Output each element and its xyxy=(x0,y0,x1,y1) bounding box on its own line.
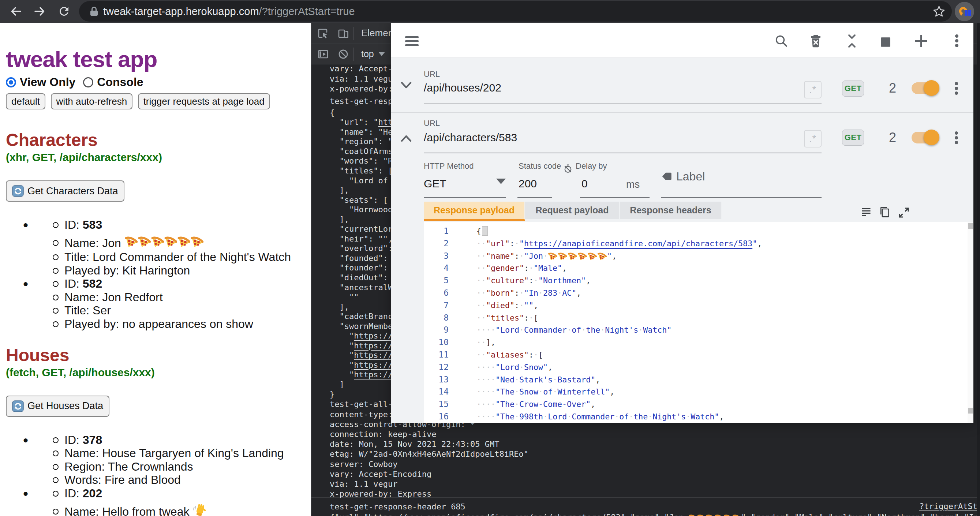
status-code-label: Status code xyxy=(519,161,561,171)
get-characters-button[interactable]: Get Characters Data xyxy=(6,180,124,202)
url-text[interactable]: tweak-target-app.herokuapp.com/?triggerA… xyxy=(103,1,355,22)
list-item-group: ID: 583Name: Jon Title: Lord Commander o… xyxy=(29,218,311,277)
url-field-value[interactable]: /api/characters/583 xyxy=(424,131,517,144)
url-field-value[interactable]: /api/houses/202 xyxy=(424,81,501,94)
editor-actions xyxy=(855,206,910,219)
radio-view-only[interactable] xyxy=(6,77,16,88)
devtools-edge-strip xyxy=(977,23,980,516)
response-editor[interactable]: 1{2··"url":·"https://anapioficeandfire.c… xyxy=(424,222,974,423)
delay-input[interactable]: 0 xyxy=(581,177,588,190)
line-number: 8 xyxy=(424,312,449,324)
editor-scrollbar-thumb[interactable] xyxy=(968,223,973,229)
expand-chevron-icon[interactable] xyxy=(401,81,412,89)
add-rule-icon[interactable] xyxy=(914,33,928,48)
line-number: 12 xyxy=(424,361,449,374)
menu-icon[interactable] xyxy=(405,36,418,46)
line-number: 7 xyxy=(424,299,449,312)
list-item: Name: House Targaryen of King's Landing xyxy=(64,446,311,460)
expand-editor-icon[interactable] xyxy=(897,206,910,219)
pizza-emoji xyxy=(164,232,177,251)
more-menu-icon[interactable] xyxy=(955,33,959,48)
tag-icon xyxy=(661,170,673,182)
input-underline xyxy=(424,104,821,104)
editor-line: 9····"Lord·Commander·of·the·Night's·Watc… xyxy=(424,324,974,336)
pizza-emoji xyxy=(597,253,607,260)
method-chip: GET xyxy=(842,81,864,97)
line-number: 4 xyxy=(424,262,449,274)
list-item: Name: Jon Redfort xyxy=(64,291,311,304)
reload-icon[interactable] xyxy=(57,5,71,18)
inspect-icon[interactable] xyxy=(317,27,329,39)
back-icon[interactable] xyxy=(10,5,23,18)
lock-icon[interactable] xyxy=(89,6,99,16)
console-entry: {"url":"https://www.anapioficeandfire.co… xyxy=(330,512,980,516)
pizza-emoji xyxy=(578,253,587,260)
rule-menu-icon[interactable] xyxy=(955,131,958,145)
list-item: Title: Lord Commander of the Night's Wat… xyxy=(64,250,311,264)
editor-scrollbar-corner xyxy=(968,408,973,414)
clear-console-icon[interactable] xyxy=(337,48,349,60)
rule-menu-icon[interactable] xyxy=(955,81,958,96)
get-houses-button[interactable]: Get Houses Data xyxy=(6,396,110,417)
regex-toggle[interactable]: .* xyxy=(804,130,821,148)
editor-line: 4··"gender":·"Male", xyxy=(424,262,974,274)
hit-count: 2 xyxy=(889,130,896,145)
houses-heading: Houses xyxy=(6,345,311,365)
forward-icon[interactable] xyxy=(33,5,46,18)
bookmark-star-icon[interactable] xyxy=(933,5,945,18)
address-bar[interactable]: tweak-target-app.herokuapp.com/?triggerA… xyxy=(79,1,952,22)
tab-response-headers[interactable]: Response headers xyxy=(620,202,722,219)
enable-toggle[interactable] xyxy=(912,132,938,143)
pizza-emoji xyxy=(724,514,732,516)
stop-icon[interactable] xyxy=(879,35,892,49)
tab-response-payload[interactable]: Response payload xyxy=(424,202,525,221)
search-icon[interactable] xyxy=(774,33,789,48)
list-item-group: ID: 378Name: House Targaryen of King's L… xyxy=(29,433,311,487)
collapse-all-icon[interactable] xyxy=(845,33,859,48)
enable-toggle[interactable] xyxy=(912,82,938,94)
editor-cursor xyxy=(482,226,488,236)
default-button[interactable]: default xyxy=(6,93,45,110)
line-number: 13 xyxy=(424,374,449,386)
line-number: 1 xyxy=(424,225,449,237)
editor-scrollbar[interactable] xyxy=(967,222,974,423)
editor-line: 15····"The·Crow-Come-Over", xyxy=(424,398,974,411)
http-method-select[interactable]: GET xyxy=(424,177,447,190)
pizza-emoji xyxy=(688,514,697,516)
delay-label: Delay by xyxy=(576,161,607,171)
pizza-emoji xyxy=(190,232,204,251)
copy-icon[interactable] xyxy=(879,206,890,218)
mode-radios: View Only Console xyxy=(6,75,311,89)
refresh-icon xyxy=(12,400,24,412)
trigger-at-load-button[interactable]: trigger requests at page load xyxy=(138,93,270,110)
console-sidebar-icon[interactable] xyxy=(317,48,329,60)
refresh-icon xyxy=(12,185,24,197)
device-toolbar-icon[interactable] xyxy=(337,27,349,39)
console-source-link[interactable]: ?triggerAtStart=true:23:9 xyxy=(919,502,980,511)
list-item-group: ID: 582Name: Jon RedfortTitle: SerPlayed… xyxy=(29,277,311,330)
input-underline xyxy=(661,197,821,198)
clear-all-icon[interactable] xyxy=(808,33,823,48)
regex-toggle[interactable]: .* xyxy=(804,81,821,99)
editor-line: 10··], xyxy=(424,336,974,349)
pizza-emoji xyxy=(706,514,715,516)
characters-heading: Characters xyxy=(6,130,311,150)
line-number: 9 xyxy=(424,324,449,336)
wrap-lines-icon[interactable] xyxy=(860,206,872,218)
editor-line: 5··"culture":·"Northmen", xyxy=(424,274,974,287)
context-selector[interactable]: top xyxy=(361,49,385,59)
tweak-extension-button[interactable] xyxy=(955,2,974,21)
input-underline xyxy=(580,197,649,198)
pizza-emoji xyxy=(138,232,151,251)
radio-view-only-label[interactable]: View Only xyxy=(20,75,75,89)
list-item: Title: Ser xyxy=(64,304,311,317)
status-code-input[interactable]: 200 xyxy=(519,177,537,190)
label-input[interactable]: Label xyxy=(676,170,705,183)
app-page: tweak test app View Only Console default… xyxy=(0,23,311,516)
method-chip: GET xyxy=(842,129,864,146)
collapse-chevron-icon[interactable] xyxy=(401,135,412,142)
radio-console-label[interactable]: Console xyxy=(97,75,143,89)
radio-console[interactable] xyxy=(83,77,93,88)
tab-request-payload[interactable]: Request payload xyxy=(525,202,620,219)
auto-refresh-button[interactable]: with auto-refresh xyxy=(51,93,133,110)
